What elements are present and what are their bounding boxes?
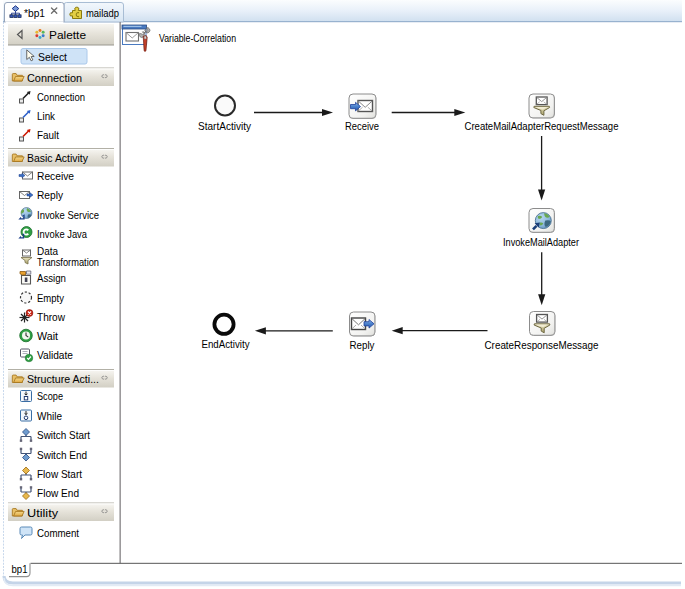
svg-text:Link: Link [37, 110, 55, 122]
svg-text:Basic Activity: Basic Activity [27, 152, 88, 164]
svg-text:EndActivity: EndActivity [202, 338, 250, 350]
svg-text:mailadp: mailadp [86, 7, 119, 19]
svg-text:*bp1: *bp1 [24, 7, 45, 19]
svg-text:Transformation: Transformation [37, 256, 99, 268]
svg-text:Variable-Correlation: Variable-Correlation [159, 32, 236, 44]
svg-text:Flow End: Flow End [37, 487, 79, 499]
svg-text:Invoke Service: Invoke Service [37, 209, 99, 221]
svg-text:Flow Start: Flow Start [37, 468, 82, 480]
svg-text:Receive: Receive [345, 120, 379, 132]
svg-text:Empty: Empty [37, 292, 64, 304]
svg-text:Connection: Connection [27, 72, 82, 84]
svg-text:Scope: Scope [37, 390, 63, 402]
svg-text:Utility: Utility [27, 507, 59, 519]
svg-text:Palette: Palette [49, 29, 86, 41]
svg-text:Switch Start: Switch Start [37, 429, 90, 441]
svg-text:CreateResponseMessage: CreateResponseMessage [485, 339, 599, 351]
svg-text:Receive: Receive [37, 170, 74, 182]
svg-text:CreateMailAdapterRequestMessag: CreateMailAdapterRequestMessage [465, 120, 619, 132]
svg-text:While: While [37, 410, 62, 422]
svg-text:Reply: Reply [37, 189, 63, 201]
svg-text:Assign: Assign [37, 272, 66, 284]
svg-text:Reply: Reply [350, 339, 375, 351]
svg-text:Structure Acti...: Structure Acti... [27, 373, 99, 385]
svg-text:Invoke Java: Invoke Java [37, 228, 88, 240]
svg-text:Throw: Throw [37, 311, 65, 323]
svg-text:Wait: Wait [37, 330, 58, 342]
svg-text:InvokeMailAdapter: InvokeMailAdapter [503, 236, 579, 248]
svg-text:Switch End: Switch End [37, 449, 87, 461]
svg-text:Select: Select [38, 51, 67, 63]
svg-text:bp1: bp1 [12, 563, 28, 575]
svg-text:Comment: Comment [37, 527, 79, 539]
svg-text:Fault: Fault [37, 129, 59, 141]
svg-text:StartActivity: StartActivity [198, 120, 251, 132]
svg-text:Connection: Connection [37, 91, 85, 103]
svg-text:Validate: Validate [37, 349, 73, 361]
